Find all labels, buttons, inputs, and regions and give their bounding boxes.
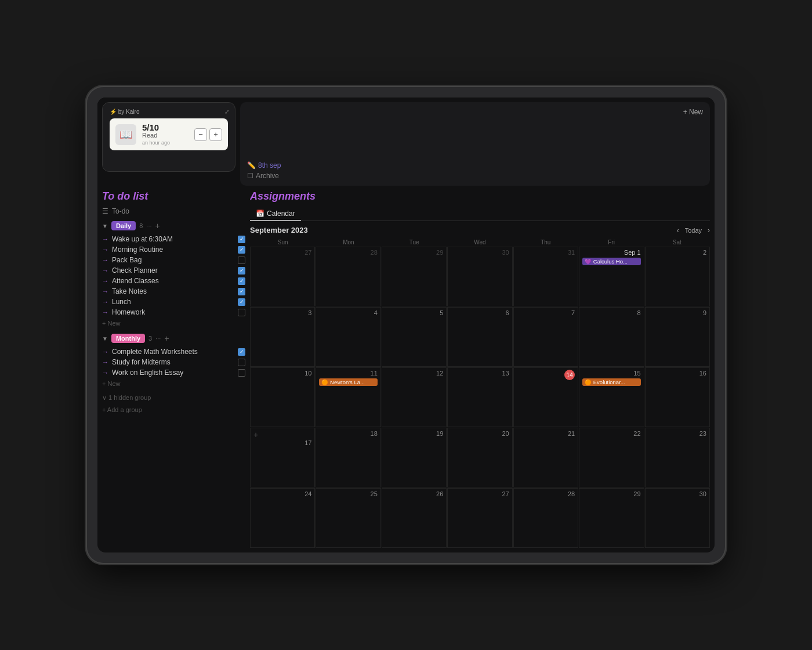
- todo-item-midterms: → Study for Midterms: [102, 357, 245, 367]
- widget-label: Read: [142, 132, 188, 139]
- daily-dots[interactable]: ···: [146, 222, 151, 229]
- today-button[interactable]: Today: [685, 227, 702, 234]
- arrow-icon: →: [102, 236, 108, 243]
- checkbox-essay[interactable]: [238, 369, 245, 377]
- add-event-button[interactable]: +: [253, 430, 311, 439]
- checkbox-attend[interactable]: [238, 277, 245, 285]
- calendar-header: September 2023 ‹ Today ›: [250, 226, 710, 234]
- add-group[interactable]: + Add a group: [102, 406, 245, 413]
- daily-plus[interactable]: +: [155, 221, 160, 230]
- checkbox-pack[interactable]: [238, 257, 245, 264]
- widget-controls: − +: [194, 128, 222, 141]
- cal-cell: 31: [513, 247, 578, 306]
- todo-text-lunch: Lunch: [112, 298, 234, 306]
- todo-item-pack: → Pack Bag: [102, 255, 245, 265]
- cal-cell: 20: [447, 428, 512, 488]
- monthly-dots[interactable]: ···: [155, 335, 161, 342]
- cal-cell: 5: [382, 307, 447, 367]
- widget-info: 5/10 Read an hour ago: [142, 123, 188, 146]
- minus-button[interactable]: −: [194, 128, 207, 141]
- todo-text-check: Check Planner: [112, 266, 234, 275]
- todo-item-morning: → Morning Routine: [102, 244, 245, 255]
- checkbox-hw[interactable]: [238, 309, 245, 316]
- next-month-button[interactable]: ›: [708, 226, 710, 234]
- cal-cell: 24: [250, 488, 315, 548]
- todo-panel: To do list ☰ To-do ▼ Daily 8 ··· + →: [102, 190, 250, 548]
- cal-cell: 29: [382, 247, 447, 306]
- arrow-icon: →: [102, 288, 108, 295]
- todo-item-check: → Check Planner: [102, 265, 245, 276]
- arrow-icon: →: [102, 359, 108, 366]
- widget-card: ⚡ by Kairo 📖 5/10 Read an hour ago − + ⤢: [102, 102, 235, 172]
- tab-bar: 📅 Calendar: [250, 207, 710, 221]
- todo-text-math: Complete Math Worksheets: [112, 348, 234, 356]
- checkbox-math[interactable]: [238, 348, 245, 356]
- checkbox-midterms[interactable]: [238, 359, 245, 366]
- checkbox-wake[interactable]: [238, 236, 245, 243]
- top-right-panel: + New ✏️ 8th sep ☐ Archive: [240, 102, 710, 186]
- checkbox-morning[interactable]: [238, 246, 245, 254]
- todo-item-notes: → Take Notes: [102, 286, 245, 297]
- arrow-icon: →: [102, 369, 108, 376]
- hidden-group[interactable]: ∨ 1 hidden group: [102, 394, 245, 402]
- expand-icon: ⤢: [224, 109, 229, 115]
- cal-cell: 3: [250, 307, 315, 367]
- cal-nav: ‹ Today ›: [677, 226, 710, 234]
- cal-cell: 28: [316, 247, 380, 306]
- today-marker: 14: [564, 370, 575, 380]
- checkbox-check[interactable]: [238, 267, 245, 275]
- cal-cell: 28: [513, 488, 578, 548]
- cal-event-newton[interactable]: 🟠 Newton's La...: [319, 378, 377, 386]
- book-icon: 📖: [115, 124, 136, 145]
- cal-month: September 2023: [250, 226, 308, 234]
- prev-month-button[interactable]: ‹: [677, 226, 679, 234]
- todo-text-morning: Morning Routine: [112, 245, 234, 254]
- cal-cell: 26: [382, 488, 447, 548]
- cal-cell: 13: [447, 367, 512, 427]
- checkbox-notes[interactable]: [238, 288, 245, 295]
- ipad-frame: ⚡ by Kairo 📖 5/10 Read an hour ago − + ⤢: [87, 87, 725, 563]
- cal-event-evolution[interactable]: 🟠 Evolutionar...: [582, 378, 640, 386]
- plus-button[interactable]: +: [209, 128, 222, 141]
- cal-cell: 9: [645, 307, 710, 367]
- cal-event-calculus[interactable]: 💜 Calculus Ho...: [582, 258, 640, 265]
- checkbox-lunch[interactable]: [238, 298, 245, 306]
- cal-cell-15: 15 🟠 Evolutionar...: [579, 367, 644, 427]
- cal-cell-sep1: Sep 1 💜 Calculus Ho...: [579, 247, 644, 306]
- todo-text-pack: Pack Bag: [112, 256, 234, 264]
- add-new-monthly[interactable]: + New: [102, 380, 245, 387]
- main-content: To do list ☰ To-do ▼ Daily 8 ··· + →: [97, 190, 715, 552]
- arrow-icon: →: [102, 348, 108, 355]
- arrow-icon: →: [102, 277, 108, 284]
- assignments-title: Assignments: [250, 190, 710, 203]
- cal-cell: 21: [513, 428, 578, 488]
- cal-cell: 6: [447, 307, 512, 367]
- cal-cell: 27: [250, 247, 315, 306]
- cal-cell: 7: [513, 307, 578, 367]
- daily-tag[interactable]: Daily: [111, 221, 136, 230]
- top-bar: ⚡ by Kairo 📖 5/10 Read an hour ago − + ⤢: [97, 98, 715, 190]
- monthly-tag[interactable]: Monthly: [111, 334, 145, 343]
- calendar-grid: Sun Mon Tue Wed Thu Fri Sat 27 28 29 30: [250, 239, 710, 548]
- cal-cell: 8: [579, 307, 644, 367]
- cal-cell: 19: [382, 428, 447, 488]
- new-button[interactable]: + New: [683, 108, 703, 116]
- cal-cell: 4: [316, 307, 380, 367]
- monthly-plus[interactable]: +: [164, 334, 169, 343]
- list-icon: ☰: [102, 207, 108, 215]
- todo-text-notes: Take Notes: [112, 287, 234, 295]
- add-new-daily[interactable]: + New: [102, 320, 245, 327]
- todo-item-hw: → Homework: [102, 307, 245, 317]
- cal-cell: 29: [579, 488, 644, 548]
- daily-group: ▼ Daily 8 ··· + → Wake up at 6:30AM → Mo…: [102, 221, 245, 327]
- ipad-screen: ⚡ by Kairo 📖 5/10 Read an hour ago − + ⤢: [97, 98, 715, 552]
- calendar-icon: 📅: [256, 210, 264, 218]
- date-label: ✏️ 8th sep: [247, 161, 281, 169]
- monthly-group: ▼ Monthly 3 ··· + → Complete Math Worksh…: [102, 334, 245, 387]
- cal-cell: 30: [447, 247, 512, 306]
- tab-calendar[interactable]: 📅 Calendar: [250, 207, 301, 221]
- cal-cell: 25: [316, 488, 380, 548]
- triangle-icon: ▼: [102, 223, 108, 229]
- cal-cell: 16: [645, 367, 710, 427]
- daily-count: 8: [139, 222, 143, 229]
